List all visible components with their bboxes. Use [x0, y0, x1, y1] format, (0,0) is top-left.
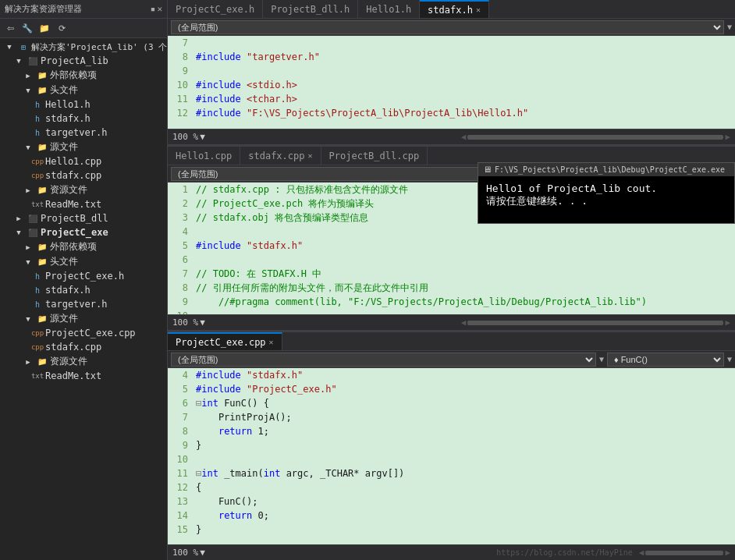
line-code[interactable]: [193, 36, 735, 50]
line-code[interactable]: {: [193, 480, 735, 494]
tab-projectB-dll-cpp[interactable]: ProjectB_dll.cpp: [321, 147, 428, 165]
line-code[interactable]: // 引用任何所需的附加头文件，而不是在此文件中引用: [193, 281, 735, 295]
tree-item-projectCexeh[interactable]: h ProjectC_exe.h: [0, 269, 167, 283]
line-num: 12: [168, 106, 193, 120]
sidebar-tree: ⊞ 解决方案'ProjectA_lib' (3 个项目) ⬛ ProjectA_…: [0, 38, 167, 560]
console-title-bar: 🖥 F:\VS_Pojects\ProjectA_lib\Debug\Proje…: [478, 163, 734, 176]
line-code[interactable]: #include <stdio.h>: [193, 78, 735, 92]
table-row: 9: [168, 64, 735, 78]
tree-item-headers-c[interactable]: 📁 头文件: [0, 254, 167, 269]
tab-projectC-exe-h[interactable]: ProjectC_exe.h: [168, 0, 263, 18]
tab-projectB-dll-cpp-label: ProjectB_dll.cpp: [329, 151, 420, 161]
tree-item-hello1h[interactable]: h Hello1.h: [0, 97, 167, 112]
code-content-bottom[interactable]: 4 #include "stdafx.h" 5 #include "Projec…: [168, 368, 735, 544]
line-code[interactable]: [193, 225, 735, 239]
line-code[interactable]: }: [193, 438, 735, 452]
extdep-c-folder-icon: 📁: [36, 241, 48, 253]
tree-item-resources-c[interactable]: 📁 资源文件: [0, 354, 167, 369]
projectB-arrow: [12, 212, 25, 225]
targetverh-c-label: targetver.h: [45, 299, 107, 310]
tree-item-sources-a[interactable]: 📁 源文件: [0, 140, 167, 154]
line-code[interactable]: [193, 64, 735, 78]
tab-projectB-dll-h[interactable]: ProjectB_dll.h: [263, 0, 358, 18]
line-num: 2: [168, 197, 193, 211]
tab-stdafx-cpp-close[interactable]: ✕: [308, 151, 313, 160]
tree-item-stdafxcpp-a[interactable]: cpp stdafx.cpp: [0, 168, 167, 183]
table-row: 13 FunC();: [168, 494, 735, 509]
table-row: 4: [168, 225, 735, 239]
tab-hello1-cpp[interactable]: Hello1.cpp: [168, 147, 240, 165]
scope-select-bottom[interactable]: (全局范围): [171, 353, 596, 367]
tree-item-stdafxh-c[interactable]: h stdafx.h: [0, 283, 167, 297]
tree-item-hello1cpp[interactable]: cpp Hello1.cpp: [0, 154, 167, 168]
tab-hello1-h[interactable]: Hello1.h: [358, 0, 420, 18]
tree-item-projectB[interactable]: ⬛ ProjectB_dll: [0, 211, 167, 225]
collapse-all-button[interactable]: ⇦: [3, 21, 17, 35]
tree-item-solution[interactable]: ⊞ 解决方案'ProjectA_lib' (3 个项目): [0, 40, 167, 54]
stdafxh-c-icon: h: [31, 284, 44, 296]
tab-stdafx-cpp[interactable]: stdafx.cpp ✕: [240, 147, 321, 165]
tree-item-targetverh-c[interactable]: h targetver.h: [0, 297, 167, 311]
scrollbar-arrow-right-mid: ▶: [725, 317, 730, 328]
tree-item-readme-c[interactable]: txt ReadMe.txt: [0, 369, 167, 383]
zoom-arrow-mid: ▼: [200, 317, 205, 328]
line-code[interactable]: #include "ProjectC_exe.h": [193, 382, 735, 396]
code-content-top[interactable]: 7 8 #include "targetver.h" 9 10 #include…: [168, 36, 735, 129]
tab-projectC-exe-cpp[interactable]: ProjectC_exe.cpp ✕: [168, 332, 282, 350]
tab-stdafx-h[interactable]: stdafx.h ✕: [420, 0, 489, 18]
tree-item-readme-a[interactable]: txt ReadMe.txt: [0, 197, 167, 211]
tab-projectC-exe-cpp-close[interactable]: ✕: [269, 338, 274, 346]
line-code[interactable]: [193, 253, 735, 267]
properties-button[interactable]: 🔧: [20, 21, 34, 35]
tree-item-extdep-c[interactable]: 📁 外部依赖项: [0, 239, 167, 254]
line-code[interactable]: PrintProjA();: [193, 410, 735, 424]
line-code[interactable]: }: [193, 523, 735, 537]
line-code[interactable]: return 0;: [193, 509, 735, 523]
line-code[interactable]: #include "F:\VS_Pojects\ProjectA_lib\Pro…: [193, 106, 735, 120]
tree-item-resources-a[interactable]: 📁 资源文件: [0, 183, 167, 197]
line-code[interactable]: #include <tchar.h>: [193, 92, 735, 106]
refresh-button[interactable]: ⟳: [55, 21, 69, 35]
line-code[interactable]: ⊟int _tmain(int argc, _TCHAR* argv[]): [193, 466, 735, 480]
tree-item-projectA[interactable]: ⬛ ProjectA_lib: [0, 54, 167, 68]
tree-item-stdafxh-a[interactable]: h stdafx.h: [0, 112, 167, 126]
line-code[interactable]: #include "targetver.h": [193, 50, 735, 64]
projectA-arrow: [12, 55, 25, 67]
targetverh-c-icon: h: [31, 298, 44, 310]
table-row: 10 #include <stdio.h>: [168, 78, 735, 92]
tab-stdafx-h-close[interactable]: ✕: [476, 5, 481, 14]
close-sidebar-icon[interactable]: ✕: [157, 4, 162, 14]
tree-item-targetverh-a[interactable]: h targetver.h: [0, 126, 167, 140]
table-row: 7: [168, 36, 735, 50]
zoom-level-bottom: 100 %: [172, 548, 198, 558]
tab-projectB-dll-h-label: ProjectB_dll.h: [271, 4, 350, 15]
table-row: 10: [168, 309, 735, 314]
line-code[interactable]: return 1;: [193, 424, 735, 438]
line-code[interactable]: //#pragma comment(lib, "F:/VS_Projects/P…: [193, 295, 735, 309]
line-code[interactable]: #include "stdafx.h": [193, 239, 735, 253]
tree-item-extdep-a[interactable]: 📁 外部依赖项: [0, 68, 167, 83]
line-code[interactable]: #include "stdafx.h": [193, 368, 735, 382]
pin-icon[interactable]: ▪: [151, 4, 156, 14]
table-row: 8 return 1;: [168, 424, 735, 438]
line-num: 8: [168, 424, 193, 438]
tree-item-projectC[interactable]: ⬛ ProjectC_exe: [0, 225, 167, 239]
targetverh-a-label: targetver.h: [45, 127, 107, 138]
scope-select-top[interactable]: (全局范围): [171, 20, 724, 34]
line-code[interactable]: [193, 452, 735, 466]
resources-a-folder-icon: 📁: [36, 184, 48, 197]
zoom-arrow-bottom: ▼: [200, 548, 205, 558]
show-files-button[interactable]: 📁: [37, 21, 51, 35]
line-code[interactable]: // TODO: 在 STDAFX.H 中: [193, 267, 735, 281]
scope-bar-bottom: (全局范围) ▼ ♦ FunC() ▼: [168, 351, 735, 368]
scope-select-bottom-right[interactable]: ♦ FunC(): [607, 353, 724, 367]
line-code[interactable]: ⊟int FunC() {: [193, 396, 735, 410]
tree-item-stdafxcpp-c[interactable]: cpp stdafx.cpp: [0, 340, 167, 354]
tree-item-sources-c[interactable]: 📁 源文件: [0, 311, 167, 326]
tree-item-headers-a[interactable]: 📁 头文件: [0, 83, 167, 97]
readme-c-label: ReadMe.txt: [45, 370, 101, 381]
tree-item-projectCexecpp[interactable]: cpp ProjectC_exe.cpp: [0, 326, 167, 340]
line-num: 7: [168, 410, 193, 424]
line-code[interactable]: [193, 309, 735, 314]
line-code[interactable]: FunC();: [193, 494, 735, 509]
